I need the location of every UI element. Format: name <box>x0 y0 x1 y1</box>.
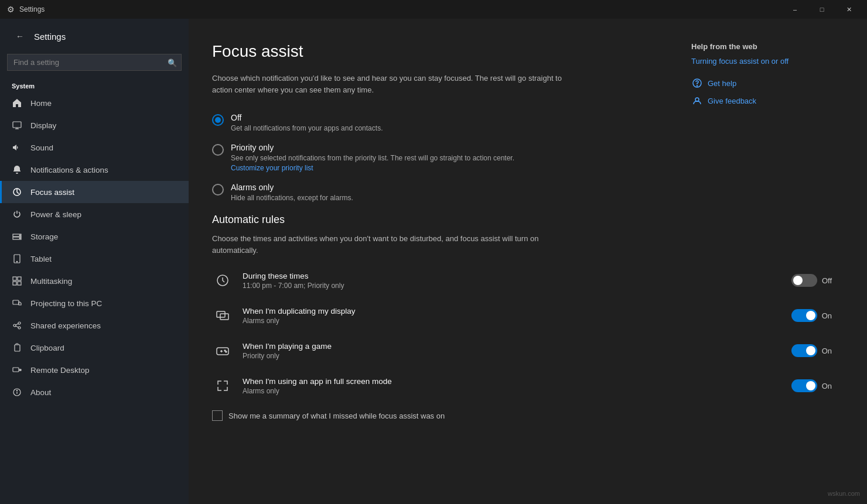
sidebar-section-label: System <box>0 78 189 92</box>
back-button[interactable]: ← <box>12 28 28 44</box>
radio-btn-priority[interactable] <box>212 144 224 156</box>
sidebar-icon-remote <box>12 365 22 375</box>
sidebar-item-storage[interactable]: Storage <box>0 225 189 248</box>
help-title: Help from the web <box>691 42 844 51</box>
sidebar-icon-focus-assist <box>12 187 22 197</box>
svg-rect-0 <box>13 122 21 128</box>
sidebar-item-power[interactable]: Power & sleep <box>0 203 189 225</box>
radio-item-alarms: Alarms only Hide all notifications, exce… <box>212 183 832 202</box>
sidebar-icon-power <box>12 209 22 220</box>
svg-point-15 <box>13 324 16 327</box>
search-icon[interactable]: 🔍 <box>168 58 177 67</box>
sidebar-icon-storage <box>12 231 22 242</box>
toggle-during-times[interactable] <box>791 274 817 287</box>
app-title: Settings <box>34 32 66 42</box>
help-link[interactable]: Turning focus assist on or off <box>691 57 844 66</box>
svg-point-31 <box>226 351 227 352</box>
svg-rect-27 <box>217 311 225 317</box>
sidebar-icon-about <box>12 387 22 397</box>
radio-btn-off[interactable] <box>212 114 224 126</box>
sidebar-label-remote: Remote Desktop <box>30 366 90 375</box>
radio-content-priority: Priority only See only selected notifica… <box>231 143 514 172</box>
radio-btn-alarms[interactable] <box>212 184 224 196</box>
sidebar-icon-sound <box>12 142 22 153</box>
toggle-label-during-times: Off <box>822 276 832 285</box>
help-action-get-help[interactable]: Get help <box>691 77 844 89</box>
svg-rect-13 <box>18 282 21 285</box>
app-container: ← Settings 🔍 System HomeDisplaySoundNoti… <box>0 19 867 504</box>
summary-checkbox[interactable] <box>212 410 223 421</box>
sidebar-label-sound: Sound <box>30 143 53 152</box>
sidebar-item-tablet[interactable]: Tablet <box>0 248 189 270</box>
sidebar-item-clipboard[interactable]: Clipboard <box>0 337 189 359</box>
svg-line-18 <box>16 324 18 325</box>
help-action-icon-get-help <box>691 77 703 89</box>
minimize-button[interactable]: – <box>781 0 808 19</box>
sidebar-item-projecting[interactable]: Projecting to this PC <box>0 292 189 314</box>
sidebar-label-multitasking: Multitasking <box>30 277 72 286</box>
rule-row-fullscreen: When I'm using an app in full screen mod… <box>212 375 832 396</box>
rule-row-playing-game: When I'm playing a game Priority only On <box>212 340 832 361</box>
sidebar-item-notifications[interactable]: Notifications & actions <box>0 159 189 181</box>
sidebar-item-shared[interactable]: Shared experiences <box>0 314 189 337</box>
rule-row-duplicating-display: When I'm duplicating my display Alarms o… <box>212 305 832 326</box>
rule-icon-playing-game <box>212 340 233 361</box>
sidebar-item-focus-assist[interactable]: Focus assist <box>0 181 189 203</box>
rule-sub-during-times: 11:00 pm - 7:00 am; Priority only <box>243 282 782 290</box>
sidebar-label-notifications: Notifications & actions <box>30 166 108 174</box>
help-action-label-get-help: Get help <box>708 79 736 88</box>
sidebar-label-tablet: Tablet <box>30 255 52 263</box>
rule-title-fullscreen: When I'm using an app in full screen mod… <box>243 377 782 386</box>
sidebar-label-focus-assist: Focus assist <box>30 188 74 197</box>
radio-sub-off: Get all notifications from your apps and… <box>231 124 383 132</box>
rule-sub-fullscreen: Alarms only <box>243 387 782 395</box>
radio-item-priority: Priority only See only selected notifica… <box>212 143 832 172</box>
svg-rect-21 <box>13 368 19 372</box>
maximize-button[interactable]: □ <box>808 0 835 19</box>
sidebar-icon-home <box>12 98 22 108</box>
sidebar-item-display[interactable]: Display <box>0 114 189 136</box>
rule-icon-fullscreen <box>212 375 233 396</box>
sidebar-item-remote[interactable]: Remote Desktop <box>0 359 189 381</box>
sidebar-icon-shared <box>12 320 22 331</box>
automatic-rules-heading: Automatic rules <box>212 214 832 226</box>
sidebar-item-about[interactable]: About <box>0 381 189 403</box>
sidebar-label-clipboard: Clipboard <box>30 344 64 352</box>
sidebar-nav: HomeDisplaySoundNotifications & actionsF… <box>0 92 189 403</box>
toggle-group-during-times: Off <box>791 274 832 287</box>
rule-icon-during-times <box>212 270 233 291</box>
rule-text-playing-game: When I'm playing a game Priority only <box>243 342 782 360</box>
title-bar-left: ⚙ Settings <box>7 5 45 14</box>
sidebar-icon-clipboard <box>12 342 22 353</box>
help-action-feedback[interactable]: Give feedback <box>691 95 844 107</box>
radio-content-alarms: Alarms only Hide all notifications, exce… <box>231 183 353 202</box>
svg-rect-14 <box>13 300 19 304</box>
close-button[interactable]: ✕ <box>835 0 862 19</box>
radio-item-off: Off Get all notifications from your apps… <box>212 113 832 132</box>
svg-point-9 <box>16 261 17 262</box>
svg-point-25 <box>16 390 17 390</box>
sidebar-item-multitasking[interactable]: Multitasking <box>0 270 189 292</box>
sidebar-item-sound[interactable]: Sound <box>0 136 189 159</box>
rule-text-duplicating-display: When I'm duplicating my display Alarms o… <box>243 307 782 325</box>
search-input[interactable] <box>7 54 182 71</box>
main-content: Focus assist Choose which notification y… <box>189 19 867 504</box>
rule-sub-playing-game: Priority only <box>243 352 782 360</box>
svg-point-6 <box>19 235 21 236</box>
toggle-label-playing-game: On <box>822 347 832 355</box>
sidebar-item-home[interactable]: Home <box>0 92 189 114</box>
toggle-duplicating-display[interactable] <box>791 309 817 322</box>
summary-checkbox-label: Show me a summary of what I missed while… <box>228 412 445 420</box>
rule-sub-duplicating-display: Alarms only <box>243 317 782 325</box>
radio-sub-priority: See only selected notifications from the… <box>231 154 514 162</box>
radio-link-priority[interactable]: Customize your priority list <box>231 164 514 172</box>
svg-point-7 <box>19 238 21 239</box>
toggle-playing-game[interactable] <box>791 344 817 357</box>
toggle-fullscreen[interactable] <box>791 379 817 392</box>
watermark: wskun.com <box>828 490 860 497</box>
radio-label-alarms: Alarms only <box>231 183 353 192</box>
svg-rect-20 <box>15 345 20 351</box>
svg-rect-28 <box>220 314 228 320</box>
rule-row-during-times: During these times 11:00 pm - 7:00 am; P… <box>212 270 832 291</box>
radio-sub-alarms: Hide all notifications, except for alarm… <box>231 194 353 202</box>
